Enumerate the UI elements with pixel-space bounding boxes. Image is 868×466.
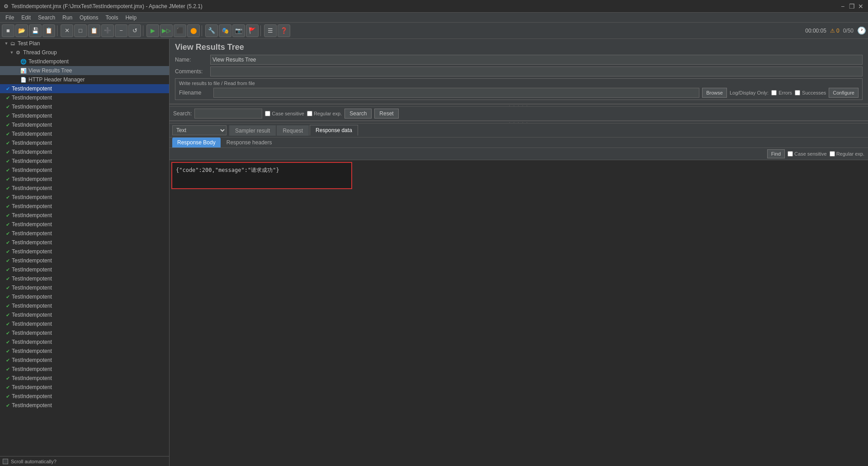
case-sensitive-label: Case sensitive [272,111,304,116]
find-regex-checkbox[interactable] [830,151,835,157]
menu-tools[interactable]: Tools [102,14,122,22]
toolbar-new-btn[interactable]: ■ [2,24,14,37]
result-label-23: TestIndempotent [12,294,52,300]
errors-checkbox[interactable] [771,90,777,95]
configure-button[interactable]: Configure [829,88,859,98]
result-item-28[interactable]: ✔ TestIndempotent [0,338,169,347]
result-item-26[interactable]: ✔ TestIndempotent [0,319,169,328]
find-case-sensitive-checkbox[interactable] [788,151,793,157]
result-item-29[interactable]: ✔ TestIndempotent [0,347,169,356]
toolbar-remove-btn[interactable]: − [115,24,127,37]
find-button[interactable]: Find [767,149,785,158]
toolbar-template-btn[interactable]: 🎭 [219,24,231,37]
result-item-13[interactable]: ✔ TestIndempotent [0,202,169,211]
menu-search[interactable]: Search [34,14,59,22]
result-item-16[interactable]: ✔ TestIndempotent [0,229,169,238]
result-item-24[interactable]: ✔ TestIndempotent [0,301,169,310]
result-item-31[interactable]: ✔ TestIndempotent [0,365,169,374]
tree-item-view-results[interactable]: ▶ 📊 View Results Tree [0,66,169,75]
result-item-12[interactable]: ✔ TestIndempotent [0,193,169,202]
result-item-2[interactable]: ✔ TestIndempotent [0,102,169,111]
subtab-response-body[interactable]: Response Body [172,138,221,147]
close-button[interactable]: ✕ [857,3,864,10]
expand-icon-plan[interactable]: ▼ [4,41,9,46]
toolbar-undo-btn[interactable]: ↺ [128,24,141,37]
regex-checkbox[interactable] [307,111,312,116]
toolbar-snapshot-btn[interactable]: 📷 [232,24,245,37]
scroll-auto-checkbox[interactable] [3,459,8,464]
result-item-5[interactable]: ✔ TestIndempotent [0,129,169,138]
menu-edit[interactable]: Edit [18,14,34,22]
toolbar-start-nopause-btn[interactable]: ▶▷ [160,24,173,37]
toolbar-copy-btn[interactable]: □ [74,24,87,37]
tree-item-sampler[interactable]: ▶ 🌐 TestIndempotent [0,57,169,66]
result-item-17[interactable]: ✔ TestIndempotent [0,238,169,247]
minimize-button[interactable]: − [839,3,846,10]
result-item-20[interactable]: ✔ TestIndempotent [0,265,169,274]
result-item-18[interactable]: ✔ TestIndempotent [0,247,169,256]
result-item-6[interactable]: ✔ TestIndempotent [0,138,169,147]
comments-input[interactable] [210,67,863,76]
result-item-0[interactable]: ✔ TestIndempotent [0,84,169,93]
case-sensitive-checkbox[interactable] [265,111,270,116]
result-item-1[interactable]: ✔ TestIndempotent [0,93,169,102]
tab-response-data[interactable]: Response data [310,125,358,136]
tab-sampler-result[interactable]: Sampler result [229,125,276,136]
result-item-27[interactable]: ✔ TestIndempotent [0,328,169,338]
toolbar-remote-btn[interactable]: 🔧 [205,24,218,37]
toolbar-shutdown-btn[interactable]: ⬤ [187,24,200,37]
toolbar-paste-btn[interactable]: 📋 [88,24,100,37]
toolbar-save-btn[interactable]: 💾 [29,24,42,37]
toolbar-stop-btn[interactable]: ⬛ [174,24,186,37]
result-item-14[interactable]: ✔ TestIndempotent [0,211,169,220]
toolbar-flag-btn[interactable]: 🚩 [246,24,259,37]
menu-help[interactable]: Help [122,14,140,22]
view-type-select[interactable]: Text JSON XML HTML [172,125,226,135]
toolbar-right: 00:00:05 ⚠ 0 0/50 🕐 [805,26,866,35]
toolbar-start-btn[interactable]: ▶ [146,24,159,37]
successes-checkbox[interactable] [795,90,800,95]
tree-item-thread-group[interactable]: ▼ ⚙ Thread Group [0,48,169,57]
result-item-10[interactable]: ✔ TestIndempotent [0,175,169,184]
menu-options[interactable]: Options [76,14,102,22]
result-item-15[interactable]: ✔ TestIndempotent [0,220,169,229]
browse-button[interactable]: Browse [702,88,727,98]
tree-item-header-mgr[interactable]: ▶ 📄 HTTP Header Manager [0,75,169,84]
result-item-25[interactable]: ✔ TestIndempotent [0,310,169,319]
result-item-19[interactable]: ✔ TestIndempotent [0,256,169,265]
tab-request[interactable]: Request [277,125,309,136]
tree-item-test-plan[interactable]: ▼ 🗂 Test Plan [0,39,169,48]
result-item-34[interactable]: ✔ TestIndempotent [0,392,169,401]
result-item-35[interactable]: ✔ TestIndempotent [0,401,169,410]
expand-icon-thread[interactable]: ▼ [9,50,14,55]
view-type-row: Text JSON XML HTML [170,124,229,137]
search-button[interactable]: Search [344,109,372,119]
filename-input[interactable] [213,88,699,98]
result-item-4[interactable]: ✔ TestIndempotent [0,120,169,129]
result-item-30[interactable]: ✔ TestIndempotent [0,356,169,365]
name-input[interactable] [210,55,863,65]
menu-file[interactable]: File [2,14,18,22]
toolbar-add-btn[interactable]: ➕ [101,24,114,37]
result-item-8[interactable]: ✔ TestIndempotent [0,157,169,166]
toolbar-open-btn[interactable]: 📂 [15,24,28,37]
toolbar-list-btn[interactable]: ☰ [264,24,277,37]
result-item-32[interactable]: ✔ TestIndempotent [0,374,169,383]
toolbar-help-btn[interactable]: ❓ [278,24,290,37]
reset-button[interactable]: Reset [374,109,398,119]
toolbar-saveas-btn[interactable]: 📋 [42,24,55,37]
search-input[interactable] [194,109,262,119]
result-item-21[interactable]: ✔ TestIndempotent [0,274,169,283]
result-item-7[interactable]: ✔ TestIndempotent [0,147,169,157]
toolbar-cut-btn[interactable]: ✕ [61,24,73,37]
restore-button[interactable]: ❐ [848,3,855,10]
result-item-11[interactable]: ✔ TestIndempotent [0,184,169,193]
result-item-3[interactable]: ✔ TestIndempotent [0,111,169,120]
result-item-9[interactable]: ✔ TestIndempotent [0,166,169,175]
result-item-22[interactable]: ✔ TestIndempotent [0,283,169,292]
menu-run[interactable]: Run [59,14,76,22]
clock-icon[interactable]: 🕐 [857,26,866,35]
subtab-response-headers[interactable]: Response headers [222,138,277,147]
result-item-33[interactable]: ✔ TestIndempotent [0,383,169,392]
result-item-23[interactable]: ✔ TestIndempotent [0,292,169,301]
